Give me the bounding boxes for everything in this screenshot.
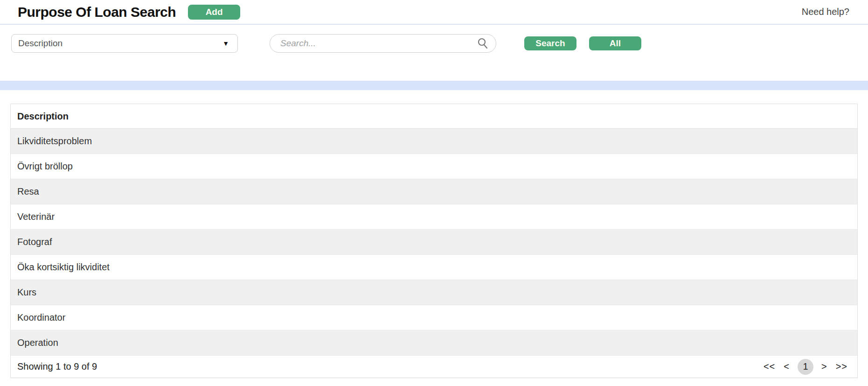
- page-title: Purpose Of Loan Search: [18, 4, 176, 20]
- table-row[interactable]: Öka kortsiktig likviditet: [11, 255, 857, 280]
- table-footer-row: Showing 1 to 9 of 9 << < 1 > >>: [11, 356, 857, 378]
- pagination-next-button[interactable]: >: [819, 361, 830, 372]
- add-button[interactable]: Add: [188, 5, 240, 20]
- table-row[interactable]: Kurs: [11, 280, 857, 305]
- table-row[interactable]: Veterinär: [11, 204, 857, 230]
- section-divider-band: [0, 81, 868, 90]
- table-row[interactable]: Övrigt bröllop: [11, 154, 857, 179]
- row-description-cell: Likviditetsproblem: [17, 136, 92, 147]
- table-row[interactable]: Fotograf: [11, 230, 857, 255]
- table-body: Likviditetsproblem Övrigt bröllop Resa V…: [11, 129, 857, 356]
- row-description-cell: Operation: [17, 337, 58, 348]
- showing-count-text: Showing 1 to 9 of 9: [17, 361, 97, 372]
- pagination-last-button[interactable]: >>: [833, 361, 850, 372]
- results-table: Description Likviditetsproblem Övrigt br…: [10, 104, 858, 378]
- all-button[interactable]: All: [589, 36, 641, 50]
- pagination-first-button[interactable]: <<: [761, 361, 778, 372]
- row-description-cell: Öka kortsiktig likviditet: [17, 262, 110, 273]
- table-row[interactable]: Likviditetsproblem: [11, 129, 857, 154]
- field-dropdown-value: Description: [18, 38, 62, 49]
- table-header-row: Description: [11, 104, 857, 129]
- table-row[interactable]: Koordinator: [11, 305, 857, 330]
- pagination-prev-button[interactable]: <: [781, 361, 792, 372]
- filter-bar: Description ▼ Search All: [11, 34, 868, 53]
- column-header-description: Description: [17, 111, 69, 122]
- table-row[interactable]: Resa: [11, 179, 857, 204]
- row-description-cell: Veterinär: [17, 211, 55, 222]
- pagination: << < 1 > >>: [761, 359, 850, 375]
- field-dropdown[interactable]: Description ▼: [11, 34, 238, 53]
- pagination-current-page[interactable]: 1: [798, 359, 813, 375]
- chevron-down-icon: ▼: [222, 40, 229, 47]
- row-description-cell: Koordinator: [17, 312, 65, 323]
- search-field-wrap: [270, 34, 496, 53]
- row-description-cell: Kurs: [17, 287, 36, 298]
- need-help-link[interactable]: Need help?: [802, 7, 849, 17]
- top-bar: Purpose Of Loan Search Add Need help?: [0, 0, 868, 25]
- search-input[interactable]: [270, 34, 496, 53]
- table-row[interactable]: Operation: [11, 330, 857, 356]
- row-description-cell: Övrigt bröllop: [17, 161, 73, 172]
- search-icon[interactable]: [477, 37, 489, 51]
- row-description-cell: Fotograf: [17, 237, 52, 247]
- row-description-cell: Resa: [17, 186, 39, 197]
- search-button[interactable]: Search: [524, 36, 576, 50]
